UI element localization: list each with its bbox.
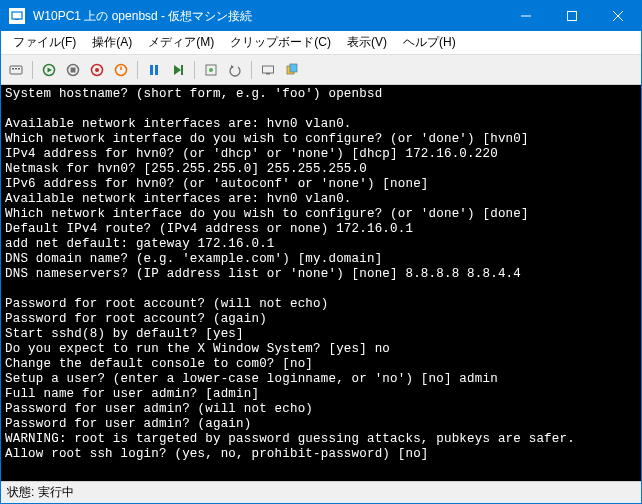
svg-rect-21 [181,65,183,75]
svg-rect-13 [71,67,76,72]
shutdown-button[interactable] [86,59,108,81]
svg-point-23 [209,68,213,72]
svg-rect-3 [568,12,577,21]
status-value: 実行中 [38,484,74,501]
svg-rect-18 [150,65,153,75]
svg-marker-11 [48,67,53,72]
checkpoint-button[interactable] [200,59,222,81]
svg-rect-0 [12,12,22,19]
menu-file[interactable]: ファイル(F) [5,32,84,53]
menu-view[interactable]: 表示(V) [339,32,395,53]
reset-button[interactable] [167,59,189,81]
menu-action[interactable]: 操作(A) [84,32,140,53]
toolbar-separator [251,61,252,79]
menu-media[interactable]: メディア(M) [140,32,222,53]
toolbar [1,55,641,85]
revert-button[interactable] [224,59,246,81]
maximize-button[interactable] [549,1,595,31]
turnoff-button[interactable] [62,59,84,81]
titlebar: W10PC1 上の openbsd - 仮想マシン接続 [1,1,641,31]
svg-rect-1 [15,19,19,20]
close-button[interactable] [595,1,641,31]
statusbar: 状態: 実行中 [1,481,641,503]
menu-clipboard[interactable]: クリップボード(C) [222,32,339,53]
toolbar-separator [194,61,195,79]
svg-rect-28 [290,64,297,72]
svg-rect-26 [266,73,270,75]
svg-rect-25 [263,66,274,73]
svg-rect-6 [10,66,22,74]
status-label: 状態: [7,484,34,501]
vm-window: W10PC1 上の openbsd - 仮想マシン接続 ファイル(F) 操作(A… [0,0,642,504]
minimize-button[interactable] [503,1,549,31]
svg-marker-20 [174,65,181,75]
terminal-output[interactable]: System hostname? (short form, e.g. 'foo'… [1,85,641,481]
menubar: ファイル(F) 操作(A) メディア(M) クリップボード(C) 表示(V) ヘ… [1,31,641,55]
ctrl-alt-del-button[interactable] [5,59,27,81]
share-button[interactable] [281,59,303,81]
enhanced-session-button[interactable] [257,59,279,81]
menu-help[interactable]: ヘルプ(H) [395,32,464,53]
svg-rect-9 [18,68,20,70]
start-button[interactable] [38,59,60,81]
svg-rect-7 [12,68,14,70]
window-controls [503,1,641,31]
svg-rect-19 [155,65,158,75]
toolbar-separator [137,61,138,79]
app-icon [9,8,25,24]
svg-point-15 [95,68,99,72]
save-button[interactable] [110,59,132,81]
svg-marker-24 [231,65,234,69]
window-title: W10PC1 上の openbsd - 仮想マシン接続 [33,8,503,25]
pause-button[interactable] [143,59,165,81]
svg-rect-8 [15,68,17,70]
toolbar-separator [32,61,33,79]
